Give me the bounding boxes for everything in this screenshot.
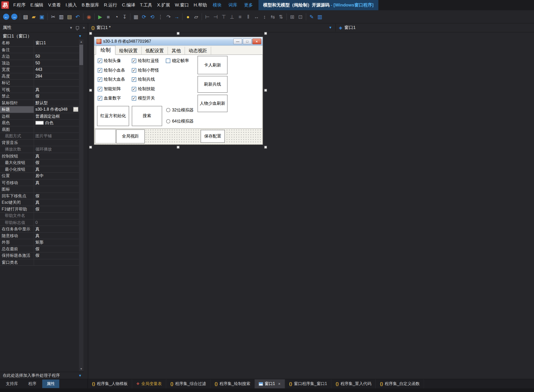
property-row[interactable]: 最大化按钮假: [0, 160, 79, 166]
checkbox[interactable]: ✓绘制兵线: [132, 75, 159, 84]
property-value[interactable]: 默认型: [34, 100, 79, 106]
menu-item[interactable]: F.程序: [11, 0, 28, 10]
property-value[interactable]: 真: [34, 86, 79, 93]
form-button[interactable]: 全局视距: [116, 130, 145, 144]
property-row[interactable]: 可否移动真: [0, 179, 79, 186]
menu-item[interactable]: V.查看: [46, 0, 63, 10]
menu-link[interactable]: 更多: [241, 0, 256, 10]
menu-item[interactable]: H.帮助: [191, 0, 209, 10]
property-value[interactable]: 假: [34, 193, 79, 199]
property-row[interactable]: 在任务条中显示真: [0, 226, 79, 233]
selection-handle[interactable]: [89, 146, 92, 149]
checkbox[interactable]: ✓绘制小野怪: [132, 66, 159, 75]
doc-tab[interactable]: {}程序集_绘制搜索: [210, 379, 255, 388]
property-value[interactable]: 真: [34, 226, 79, 232]
doc-tab[interactable]: {}程序集_自定义函数: [376, 379, 424, 388]
property-value[interactable]: [34, 186, 79, 192]
same-width-icon[interactable]: ↔: [252, 13, 261, 21]
property-row[interactable]: 宽度443: [0, 66, 79, 73]
scroll-down-icon[interactable]: ▼: [79, 367, 83, 371]
property-value[interactable]: 假: [34, 160, 79, 166]
doc-tab[interactable]: ❖全局变量表: [132, 379, 166, 388]
form-title-bar[interactable]: s30-1.8 作者q3487701967 —□×: [94, 37, 263, 46]
close-button[interactable]: ×: [252, 38, 261, 44]
footer-edit-box[interactable]: [95, 129, 116, 143]
step-over-icon[interactable]: ↷: [164, 13, 173, 21]
property-value[interactable]: 普通固定边框: [34, 113, 79, 119]
checkbox[interactable]: ✓绘制红蓝怪: [132, 56, 159, 65]
property-row[interactable]: Esc键关闭真: [0, 199, 79, 206]
editor-tab-window1[interactable]: {} 窗口1 *: [88, 25, 114, 31]
property-value[interactable]: 假: [34, 206, 79, 212]
selection-handle[interactable]: [89, 32, 92, 35]
space-vertical-icon[interactable]: ⇅: [277, 13, 285, 21]
property-row[interactable]: 底图: [0, 126, 79, 133]
property-value[interactable]: s30-1.8 作者q348…: [34, 106, 79, 112]
align-bottom-icon[interactable]: ⊥: [228, 13, 236, 21]
open-folder-icon[interactable]: ▰: [30, 13, 38, 21]
stop-icon[interactable]: ■: [104, 13, 112, 21]
menu-item[interactable]: W.窗口: [172, 0, 191, 10]
align-top-icon[interactable]: ⊤: [220, 13, 228, 21]
doc-tab[interactable]: {}程序集_人物模板: [88, 379, 132, 388]
run-icon[interactable]: ▶: [96, 13, 104, 21]
menu-link[interactable]: 模块: [209, 0, 225, 10]
property-row[interactable]: 背景音乐: [0, 140, 79, 146]
checkbox[interactable]: 稳定帧率: [166, 56, 189, 65]
note-icon[interactable]: ▱: [192, 13, 200, 21]
menu-item[interactable]: X.扩展: [155, 0, 172, 10]
tablist-dropdown-icon[interactable]: ▼: [329, 26, 332, 29]
panel-tab[interactable]: 属性: [42, 380, 59, 388]
menu-item[interactable]: T.工具: [138, 0, 155, 10]
property-row[interactable]: 控制按钮真: [0, 153, 79, 160]
cut-icon[interactable]: ✂: [49, 13, 57, 21]
form-button[interactable]: 红蓝方初始化: [97, 106, 129, 126]
property-value[interactable]: 假: [34, 252, 79, 259]
minimize-button[interactable]: —: [233, 38, 242, 44]
menu-item[interactable]: R.运行: [102, 0, 120, 10]
checkbox[interactable]: ✓绘制头像: [98, 56, 125, 65]
property-row[interactable]: 边框普通固定边框: [0, 113, 79, 120]
checkbox[interactable]: ✓血量数字: [98, 94, 125, 103]
property-row[interactable]: 标记: [0, 80, 79, 86]
object-dropdown-icon[interactable]: ▼: [78, 32, 82, 40]
pin-icon[interactable]: [76, 26, 79, 29]
form-button[interactable]: 卡人刷新: [197, 56, 227, 74]
form-button[interactable]: 人物少血刷新: [197, 95, 227, 112]
property-row[interactable]: 标题s30-1.8 作者q348…: [0, 106, 79, 113]
property-row[interactable]: 顶边50: [0, 60, 79, 66]
checkbox[interactable]: ✓绘制大血条: [98, 75, 125, 84]
form-tab[interactable]: 绘制: [96, 46, 115, 55]
doc-tab[interactable]: {}程序集_置入代码: [332, 379, 376, 388]
property-value[interactable]: [34, 213, 79, 219]
checkbox[interactable]: ✓绘制技能: [132, 84, 159, 94]
property-row[interactable]: 禁止假: [0, 93, 79, 100]
property-row[interactable]: 左边50: [0, 53, 79, 60]
pencil-icon[interactable]: ✎: [308, 13, 316, 21]
menu-item[interactable]: I.插入: [63, 0, 79, 10]
property-row[interactable]: 总在最前假: [0, 246, 79, 253]
property-value[interactable]: [34, 126, 79, 132]
menu-link[interactable]: 词库: [225, 0, 241, 10]
property-value[interactable]: 图片平铺: [34, 133, 79, 139]
property-row[interactable]: 底图方式图片平铺: [0, 133, 79, 140]
panel-tab[interactable]: 程序: [24, 380, 41, 388]
panels-icon[interactable]: ▥: [316, 13, 324, 21]
property-row[interactable]: 鼠标指针默认型: [0, 100, 79, 106]
maximize-button[interactable]: □: [243, 38, 251, 44]
menu-item[interactable]: E.编辑: [28, 0, 46, 10]
align-left-icon[interactable]: ⊢: [203, 13, 212, 21]
breakpoints-icon[interactable]: ⋮: [156, 13, 165, 21]
designed-form[interactable]: s30-1.8 作者q3487701967 —□× 绘制绘制设置低配设置其他动态…: [94, 37, 263, 145]
doc-tab[interactable]: {}窗口程序集_窗口1: [285, 379, 331, 388]
scrollbar-thumb[interactable]: [79, 45, 83, 65]
property-row[interactable]: 可视真: [0, 86, 79, 93]
property-value[interactable]: 窗口1: [34, 40, 79, 46]
property-row[interactable]: 底色白色: [0, 119, 79, 126]
event-handler-hint[interactable]: 在此处选择加入事件处理子程序 ▼: [0, 372, 84, 379]
property-value[interactable]: 真: [34, 179, 79, 186]
hint-dropdown-icon[interactable]: ▼: [78, 372, 82, 379]
form-tab[interactable]: 低配设置: [142, 47, 168, 55]
property-value[interactable]: [34, 80, 79, 86]
property-value[interactable]: 矩形: [34, 239, 79, 245]
